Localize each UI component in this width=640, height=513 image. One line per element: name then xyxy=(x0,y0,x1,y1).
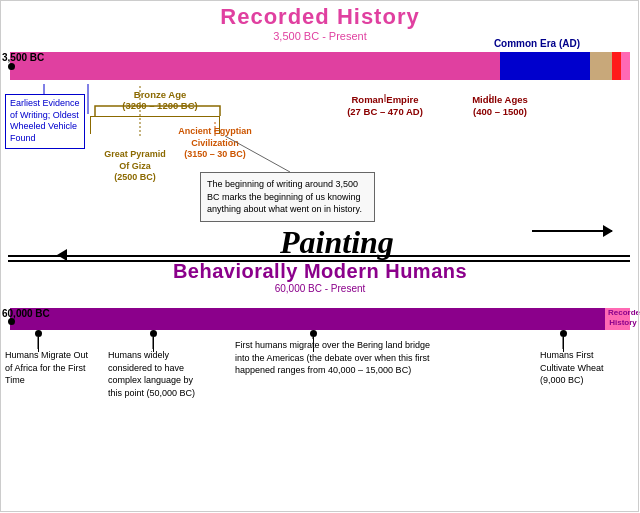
painting-arrow-right-icon xyxy=(532,230,612,232)
first-humans-migrate-label: First humans migrate over the Bering lan… xyxy=(235,339,435,377)
bmh-title: Behaviorally Modern Humans xyxy=(0,260,640,283)
earliest-evidence-box: Earliest Evidence of Writing; Oldest Whe… xyxy=(5,94,85,149)
roman-empire-label: Roman Empire (27 BC – 470 AD) xyxy=(330,94,440,119)
recorded-history-section: Recorded History 3,500 BC - Present Comm… xyxy=(0,0,640,260)
middle-ages-label: Middle Ages (400 – 1500) xyxy=(455,94,545,119)
rh-bar-tan xyxy=(590,52,612,80)
recorded-history-small-label: Recorded History xyxy=(608,308,638,327)
rh-bar-magenta2 xyxy=(621,52,630,80)
recorded-history-title: Recorded History xyxy=(0,4,640,30)
common-era-label: Common Era (AD) xyxy=(494,38,580,49)
rh-bar-red xyxy=(612,52,621,80)
main-container: Recorded History 3,500 BC - Present Comm… xyxy=(0,0,640,513)
humans-migrate-label: Humans Migrate Out of Africa for the Fir… xyxy=(5,349,95,387)
bmh-bar-purple xyxy=(10,308,605,330)
rh-timeline-dot xyxy=(8,63,15,70)
painting-label: Painting xyxy=(280,224,394,261)
great-pyramid-label: Great Pyramid Of Giza (2500 BC) xyxy=(100,149,170,184)
recorded-history-bar xyxy=(10,52,630,80)
rh-bar-blue xyxy=(500,52,590,80)
bmh-timeline-dot xyxy=(8,318,15,325)
bmh-section: Behaviorally Modern Humans 60,000 BC - P… xyxy=(0,258,640,513)
bronze-age-label: Bronze Age (3200 – 1200 BC) xyxy=(110,89,210,111)
writing-callout-box: The beginning of writing around 3,500 BC… xyxy=(200,172,375,222)
bmh-subtitle: 60,000 BC - Present xyxy=(0,283,640,294)
ancient-egypt-label: Ancient Egyptian Civilization (3150 – 30… xyxy=(165,126,265,161)
writing-callout-text: The beginning of writing around 3,500 BC… xyxy=(207,179,362,214)
earliest-evidence-text: Earliest Evidence of Writing; Oldest Whe… xyxy=(10,98,80,143)
bmh-annotations: Humans Migrate Out of Africa for the Fir… xyxy=(0,334,640,513)
rh-date-label: 3,500 BC xyxy=(2,52,44,63)
rh-bar-magenta xyxy=(10,52,500,80)
humans-widely-label: Humans widely considered to have complex… xyxy=(108,349,208,399)
humans-first-cultivate-label: Humans First Cultivate Wheat (9,000 BC) xyxy=(540,349,630,387)
bmh-bar xyxy=(10,308,630,330)
